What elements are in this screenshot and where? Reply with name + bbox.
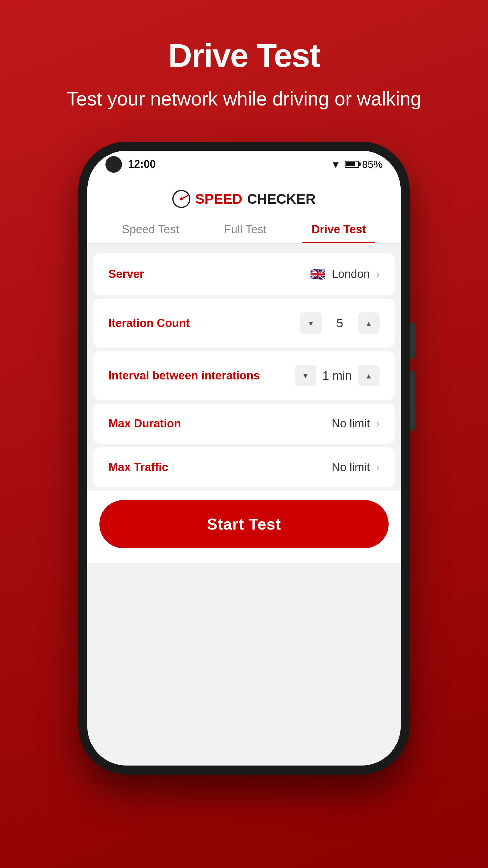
phone-screen: 12:00 ▾ 85%	[87, 151, 401, 766]
logo-icon	[172, 190, 190, 208]
iteration-value: 5	[328, 316, 352, 330]
status-left: 12:00	[105, 156, 156, 173]
phone-mockup: 12:00 ▾ 85%	[78, 142, 410, 775]
phone-shell: 12:00 ▾ 85%	[78, 142, 410, 775]
status-time: 12:00	[128, 158, 156, 170]
status-bar: 12:00 ▾ 85%	[87, 151, 401, 178]
logo-checker-text: CHECKER	[247, 191, 315, 207]
iteration-decrease-button[interactable]: ▾	[300, 312, 322, 334]
battery-fill	[346, 162, 355, 166]
iteration-stepper: ▾ 5 ▴	[300, 312, 380, 334]
max-duration-text: No limit	[332, 417, 370, 430]
interval-label: Interval between interations	[108, 369, 260, 382]
volume-up-button	[410, 322, 415, 359]
server-city: London	[332, 268, 370, 281]
max-traffic-row[interactable]: Max Traffic No limit ›	[93, 447, 395, 487]
battery-container: 85%	[345, 158, 383, 170]
tab-speed-test[interactable]: Speed Test	[113, 217, 188, 243]
tab-bar: Speed Test Full Test Drive Test	[87, 217, 401, 243]
hero-subtitle: Test your network while driving or walki…	[67, 87, 421, 112]
iteration-increase-button[interactable]: ▴	[358, 312, 380, 334]
interval-decrease-button[interactable]: ▾	[295, 365, 316, 386]
start-test-button[interactable]: Start Test	[99, 500, 389, 548]
max-traffic-chevron-icon: ›	[376, 461, 380, 474]
status-right: ▾ 85%	[333, 158, 383, 171]
max-traffic-value[interactable]: No limit ›	[332, 461, 380, 474]
battery-pct: 85%	[362, 158, 383, 170]
max-duration-row[interactable]: Max Duration No limit ›	[93, 404, 395, 444]
max-duration-chevron-icon: ›	[376, 417, 380, 430]
power-button	[410, 371, 415, 431]
tab-full-test[interactable]: Full Test	[215, 217, 275, 243]
battery-icon	[345, 161, 359, 168]
server-row[interactable]: Server 🇬🇧 London ›	[93, 253, 395, 295]
start-button-wrapper: Start Test	[87, 491, 401, 563]
max-duration-value[interactable]: No limit ›	[332, 417, 380, 430]
interval-stepper: ▾ 1 min ▴	[295, 365, 380, 386]
logo-bar: SPEED CHECKER	[87, 187, 401, 217]
wifi-icon: ▾	[333, 158, 338, 171]
iteration-count-label: Iteration Count	[108, 317, 190, 330]
app-content: Server 🇬🇧 London › Iteration Count ▾ 5 ▴	[87, 244, 401, 766]
app-header: SPEED CHECKER Speed Test Full Test Drive…	[87, 178, 401, 244]
max-traffic-text: No limit	[332, 461, 370, 474]
logo-speed-text: SPEED	[195, 191, 242, 207]
server-label: Server	[108, 268, 144, 281]
chevron-right-icon: ›	[376, 268, 380, 281]
interval-row: Interval between interations ▾ 1 min ▴	[93, 351, 395, 400]
svg-line-2	[181, 196, 187, 199]
max-traffic-label: Max Traffic	[108, 461, 168, 474]
server-flag: 🇬🇧	[310, 267, 326, 281]
tab-drive-test[interactable]: Drive Test	[302, 217, 375, 243]
server-value[interactable]: 🇬🇧 London ›	[310, 267, 380, 281]
iteration-count-row: Iteration Count ▾ 5 ▴	[93, 299, 395, 347]
camera-dot	[105, 156, 122, 173]
hero-title: Drive Test	[67, 36, 421, 74]
interval-value: 1 min	[322, 369, 352, 382]
hero-section: Drive Test Test your network while drivi…	[42, 0, 445, 130]
interval-increase-button[interactable]: ▴	[358, 365, 380, 386]
max-duration-label: Max Duration	[108, 417, 181, 430]
